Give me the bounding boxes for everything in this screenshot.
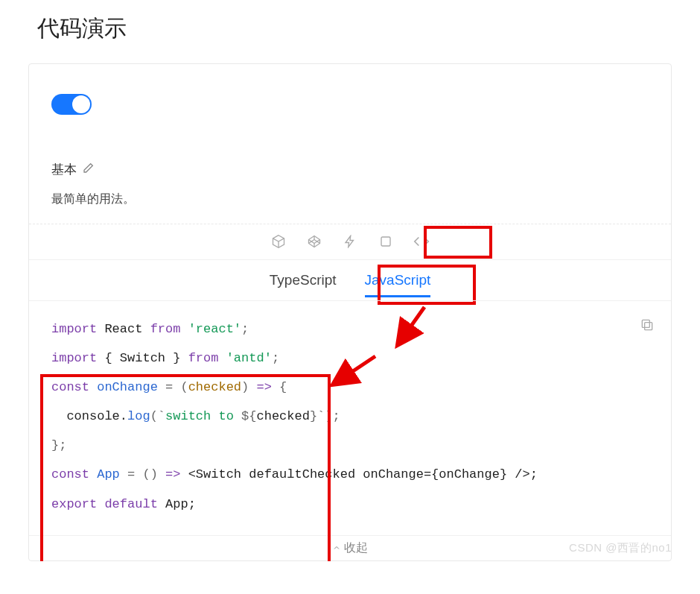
demo-title: 基本: [51, 161, 77, 178]
code-line: console.log(`switch to ${checked}`);: [51, 402, 649, 431]
annotation-box-code-icon: [424, 226, 492, 259]
code-line: const App = () => <Switch defaultChecked…: [51, 460, 649, 489]
copy-icon[interactable]: [640, 315, 655, 344]
svg-rect-0: [381, 237, 390, 246]
watermark: CSDN @西晋的no1: [569, 541, 672, 555]
code-line: };: [51, 431, 649, 460]
edit-icon[interactable]: [83, 162, 95, 177]
code-line: const onChange = (checked) => {: [51, 373, 649, 402]
demo-actions: [29, 224, 671, 259]
code-line: import { Switch } from 'antd';: [51, 344, 649, 373]
svg-rect-2: [642, 320, 649, 327]
demo-preview: [29, 64, 671, 154]
annotation-box-js-tab: [378, 265, 476, 305]
stackblitz-icon[interactable]: [342, 233, 358, 250]
page-title: 代码演示: [37, 13, 685, 44]
codepen-icon[interactable]: [306, 233, 322, 250]
switch-toggle[interactable]: [51, 94, 92, 115]
demo-description: 最简单的用法。: [51, 192, 649, 207]
svg-rect-1: [645, 323, 652, 330]
external-icon[interactable]: [378, 233, 394, 250]
code-block: import React from 'react';import { Switc…: [29, 300, 671, 535]
demo-title-row: 基本: [51, 161, 649, 178]
collapse-label: 收起: [344, 541, 368, 554]
code-line: export default App;: [51, 490, 649, 519]
demo-meta: 基本 最简单的用法。: [29, 154, 671, 224]
language-tabs: TypeScript JavaScript: [29, 259, 671, 300]
demo-box: 基本 最简单的用法。: [28, 63, 672, 561]
code-line: import React from 'react';: [51, 315, 649, 344]
codesandbox-icon[interactable]: [270, 233, 287, 250]
tab-typescript[interactable]: TypeScript: [270, 272, 337, 293]
